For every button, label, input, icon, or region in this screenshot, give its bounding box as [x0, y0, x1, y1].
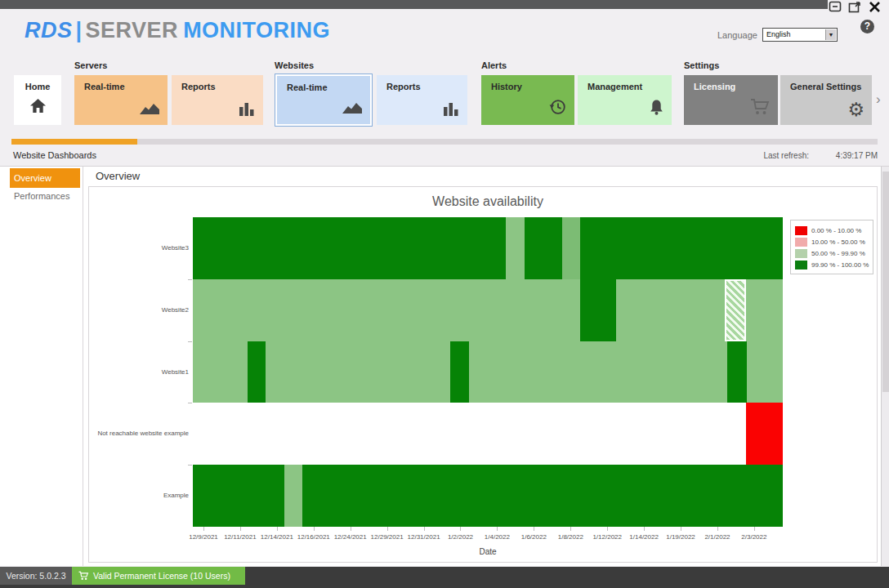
group-label-settings: Settings — [684, 60, 719, 70]
legend-swatch — [795, 261, 807, 270]
shopping-cart-icon — [78, 571, 89, 581]
heatmap-cell-high[interactable] — [193, 217, 506, 279]
language-value: English — [766, 30, 791, 38]
area-chart-icon — [342, 100, 363, 118]
history-clock-icon — [549, 98, 567, 119]
nav-settings-licensing-button[interactable]: Licensing — [684, 75, 778, 125]
nav-servers-reports-button[interactable]: Reports — [172, 75, 263, 125]
status-bar: Version: 5.0.2.3 Valid Permanent License… — [0, 567, 889, 588]
nav-websites-reports-button[interactable]: Reports — [377, 75, 467, 125]
legend-swatch — [795, 238, 807, 247]
heatmap-cell-high[interactable] — [727, 341, 747, 403]
restore-button[interactable] — [848, 1, 862, 13]
heatmap-cell-high[interactable] — [193, 465, 284, 527]
heatmap-cell-mid[interactable] — [469, 341, 727, 403]
row-label: Website1 — [89, 368, 189, 376]
heatmap-cell-mid[interactable] — [616, 279, 725, 341]
heatmap-cell-mid[interactable] — [266, 341, 450, 403]
heatmap-cell-high[interactable] — [248, 341, 266, 403]
nav-alerts-history-button[interactable]: History — [481, 75, 574, 125]
help-button[interactable]: ? — [860, 20, 874, 33]
row-label: Not reachable website example — [89, 430, 189, 437]
group-label-websites: Websites — [275, 60, 314, 70]
heatmap-cell-mid[interactable] — [193, 341, 248, 403]
heatmap-cell-high[interactable] — [580, 217, 783, 279]
heatmap-cell-selected[interactable] — [725, 279, 746, 341]
scrollbar-thumb[interactable] — [882, 172, 889, 392]
license-text: Valid Permanent License (10 Users) — [93, 571, 230, 581]
heatmap-cell-mid[interactable] — [193, 279, 580, 341]
group-label-alerts: Alerts — [481, 60, 507, 70]
row-label: Website3 — [89, 244, 189, 252]
heatmap-cell-high[interactable] — [450, 341, 469, 403]
group-label-servers: Servers — [74, 60, 107, 70]
minimize-button[interactable] — [829, 1, 842, 12]
nav-home-button[interactable]: Home — [14, 75, 61, 125]
tile-label: General Settings — [790, 82, 861, 91]
shopping-cart-icon — [750, 98, 771, 119]
heatmap-cell-none[interactable] — [193, 403, 746, 465]
tile-label: Real-time — [287, 82, 328, 92]
x-axis-tick — [644, 527, 645, 531]
license-badge[interactable]: Valid Permanent License (10 Users) — [72, 567, 245, 585]
row-label: Example — [89, 492, 189, 499]
app-window: { "header": { "logo": { "part1": "RDS", … — [0, 0, 889, 588]
x-axis-tick — [717, 527, 718, 531]
heatmap-cell-high[interactable] — [580, 279, 616, 341]
x-axis-tick — [277, 527, 278, 531]
legend-label: 10.00 % - 50.00 % — [811, 238, 865, 246]
vertical-scrollbar[interactable] — [881, 167, 889, 566]
logo-divider: | — [73, 18, 86, 42]
heatmap-cell-crit[interactable] — [746, 403, 783, 465]
y-axis-tick — [188, 465, 192, 466]
x-axis-tick — [424, 527, 425, 531]
row-label: Website2 — [89, 306, 189, 314]
logo-monitoring: MONITORING — [178, 18, 330, 42]
nav-settings-general-button[interactable]: General Settings ⚙ — [780, 75, 872, 125]
language-select[interactable]: English ▼ — [762, 28, 838, 42]
title-bar — [0, 0, 828, 9]
y-axis-tick — [188, 279, 192, 280]
legend-swatch — [795, 249, 807, 258]
x-axis-tick — [681, 527, 681, 531]
tile-label: Reports — [181, 82, 216, 91]
heatmap-cell-mid[interactable] — [747, 341, 783, 403]
chart-legend: 0.00 % - 10.00 %10.00 % - 50.00 %50.00 %… — [790, 220, 873, 274]
bell-icon — [649, 99, 664, 119]
website-availability-chart: Website availability Website3Website2Web… — [88, 186, 878, 563]
x-axis-tick — [351, 527, 351, 531]
tile-label: Licensing — [694, 82, 735, 91]
heatmap-cell-mid[interactable] — [746, 279, 783, 341]
gear-icon: ⚙ — [847, 100, 864, 119]
nav-home-label: Home — [14, 82, 61, 91]
close-button[interactable] — [868, 1, 882, 13]
legend-swatch — [795, 226, 807, 235]
heatmap-cell-mid[interactable] — [284, 465, 302, 527]
heatmap-cell-high[interactable] — [525, 217, 562, 279]
legend-label: 50.00 % - 99.90 % — [811, 250, 865, 257]
chart-title: Website availability — [193, 194, 783, 209]
logo-server: SERVER — [86, 18, 179, 42]
nav-websites-realtime-button-selected[interactable]: Real-time — [275, 74, 373, 127]
legend-label: 0.00 % - 10.00 % — [811, 227, 861, 234]
y-axis-tick — [188, 341, 192, 342]
heatmap-plot — [193, 217, 783, 527]
heatmap-cell-mid[interactable] — [506, 217, 525, 279]
heatmap-cell-high[interactable] — [302, 465, 783, 527]
minimize-icon — [829, 1, 842, 12]
area-chart-icon — [139, 101, 160, 119]
legend-item: 0.00 % - 10.00 % — [795, 225, 869, 236]
nav-scroll-right-button[interactable]: › — [876, 91, 881, 108]
sidebar-item-overview[interactable]: Overview — [10, 168, 80, 188]
sidebar-item-performances[interactable]: Performances — [14, 191, 69, 201]
legend-label: 99.90 % - 100.00 % — [811, 261, 869, 269]
open-window-icon — [848, 1, 862, 13]
x-axis-tick — [240, 527, 241, 531]
heatmap-cell-mid2[interactable] — [562, 217, 580, 279]
nav-servers-realtime-button[interactable]: Real-time — [74, 75, 168, 125]
nav-alerts-management-button[interactable]: Management — [578, 75, 672, 125]
version-label: Version: 5.0.2.3 — [0, 567, 72, 585]
legend-item: 10.00 % - 50.00 % — [795, 236, 869, 247]
x-axis-tick — [534, 527, 534, 531]
app-logo: RDS|SERVERMONITORING — [25, 18, 330, 43]
